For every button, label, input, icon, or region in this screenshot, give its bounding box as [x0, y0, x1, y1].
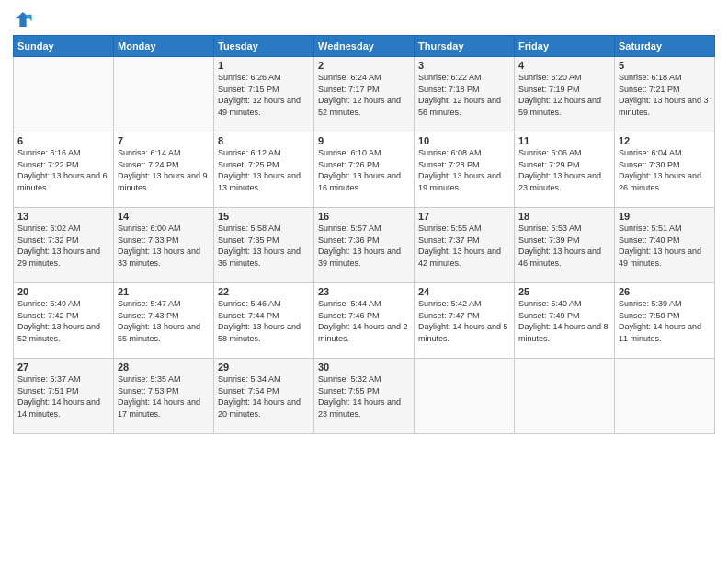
week-row-5: 27Sunrise: 5:37 AM Sunset: 7:51 PM Dayli… — [14, 359, 715, 434]
day-cell: 18Sunrise: 5:53 AM Sunset: 7:39 PM Dayli… — [515, 208, 615, 283]
day-number: 22 — [218, 286, 310, 297]
weekday-header-thursday: Thursday — [415, 36, 515, 57]
day-number: 12 — [619, 135, 711, 146]
day-info: Sunrise: 5:42 AM Sunset: 7:47 PM Dayligh… — [418, 298, 510, 344]
day-info: Sunrise: 5:37 AM Sunset: 7:51 PM Dayligh… — [17, 373, 109, 419]
weekday-header-wednesday: Wednesday — [314, 36, 415, 57]
calendar-table: SundayMondayTuesdayWednesdayThursdayFrid… — [13, 35, 715, 434]
day-info: Sunrise: 5:57 AM Sunset: 7:36 PM Dayligh… — [318, 223, 410, 269]
day-info: Sunrise: 6:02 AM Sunset: 7:32 PM Dayligh… — [17, 223, 109, 269]
day-number: 28 — [118, 362, 210, 373]
day-cell: 16Sunrise: 5:57 AM Sunset: 7:36 PM Dayli… — [314, 208, 415, 283]
day-cell — [114, 57, 214, 132]
week-row-4: 20Sunrise: 5:49 AM Sunset: 7:42 PM Dayli… — [14, 283, 715, 359]
day-cell: 27Sunrise: 5:37 AM Sunset: 7:51 PM Dayli… — [14, 359, 114, 434]
day-info: Sunrise: 5:53 AM Sunset: 7:39 PM Dayligh… — [518, 223, 610, 269]
day-number: 2 — [318, 60, 410, 71]
day-info: Sunrise: 5:39 AM Sunset: 7:50 PM Dayligh… — [619, 298, 711, 344]
day-cell: 25Sunrise: 5:40 AM Sunset: 7:49 PM Dayli… — [515, 283, 615, 359]
day-number: 6 — [17, 135, 109, 146]
day-number: 25 — [518, 286, 610, 297]
day-cell — [415, 359, 515, 434]
day-cell: 19Sunrise: 5:51 AM Sunset: 7:40 PM Dayli… — [615, 208, 715, 283]
day-info: Sunrise: 6:26 AM Sunset: 7:15 PM Dayligh… — [218, 72, 310, 118]
day-info: Sunrise: 6:16 AM Sunset: 7:22 PM Dayligh… — [17, 147, 109, 193]
day-info: Sunrise: 6:06 AM Sunset: 7:29 PM Dayligh… — [518, 147, 610, 193]
day-cell: 20Sunrise: 5:49 AM Sunset: 7:42 PM Dayli… — [14, 283, 114, 359]
day-info: Sunrise: 6:20 AM Sunset: 7:19 PM Dayligh… — [518, 72, 610, 118]
weekday-header-saturday: Saturday — [615, 36, 715, 57]
logo-icon — [13, 9, 33, 29]
day-number: 21 — [118, 286, 210, 297]
day-number: 20 — [17, 286, 109, 297]
day-number: 23 — [318, 286, 410, 297]
day-number: 10 — [418, 135, 510, 146]
page: SundayMondayTuesdayWednesdayThursdayFrid… — [0, 0, 728, 563]
logo — [13, 9, 35, 29]
day-cell: 22Sunrise: 5:46 AM Sunset: 7:44 PM Dayli… — [214, 283, 314, 359]
day-cell: 7Sunrise: 6:14 AM Sunset: 7:24 PM Daylig… — [114, 132, 214, 208]
day-info: Sunrise: 5:32 AM Sunset: 7:55 PM Dayligh… — [318, 373, 410, 419]
day-info: Sunrise: 5:46 AM Sunset: 7:44 PM Dayligh… — [218, 298, 310, 344]
day-info: Sunrise: 6:22 AM Sunset: 7:18 PM Dayligh… — [418, 72, 510, 118]
day-cell: 21Sunrise: 5:47 AM Sunset: 7:43 PM Dayli… — [114, 283, 214, 359]
week-row-1: 1Sunrise: 6:26 AM Sunset: 7:15 PM Daylig… — [14, 57, 715, 132]
weekday-header-row: SundayMondayTuesdayWednesdayThursdayFrid… — [14, 36, 715, 57]
day-cell: 5Sunrise: 6:18 AM Sunset: 7:21 PM Daylig… — [615, 57, 715, 132]
day-cell: 2Sunrise: 6:24 AM Sunset: 7:17 PM Daylig… — [314, 57, 415, 132]
day-info: Sunrise: 6:14 AM Sunset: 7:24 PM Dayligh… — [118, 147, 210, 193]
day-number: 15 — [218, 211, 310, 222]
day-cell: 11Sunrise: 6:06 AM Sunset: 7:29 PM Dayli… — [515, 132, 615, 208]
day-info: Sunrise: 5:44 AM Sunset: 7:46 PM Dayligh… — [318, 298, 410, 344]
day-number: 3 — [418, 60, 510, 71]
day-number: 9 — [318, 135, 410, 146]
day-number: 4 — [518, 60, 610, 71]
day-cell: 10Sunrise: 6:08 AM Sunset: 7:28 PM Dayli… — [415, 132, 515, 208]
day-cell: 4Sunrise: 6:20 AM Sunset: 7:19 PM Daylig… — [515, 57, 615, 132]
header — [13, 9, 715, 29]
day-info: Sunrise: 6:24 AM Sunset: 7:17 PM Dayligh… — [318, 72, 410, 118]
day-number: 14 — [118, 211, 210, 222]
day-cell: 12Sunrise: 6:04 AM Sunset: 7:30 PM Dayli… — [615, 132, 715, 208]
day-cell: 28Sunrise: 5:35 AM Sunset: 7:53 PM Dayli… — [114, 359, 214, 434]
weekday-header-tuesday: Tuesday — [214, 36, 314, 57]
day-number: 26 — [619, 286, 711, 297]
day-cell: 30Sunrise: 5:32 AM Sunset: 7:55 PM Dayli… — [314, 359, 415, 434]
weekday-header-monday: Monday — [114, 36, 214, 57]
day-info: Sunrise: 5:49 AM Sunset: 7:42 PM Dayligh… — [17, 298, 109, 344]
day-cell: 29Sunrise: 5:34 AM Sunset: 7:54 PM Dayli… — [214, 359, 314, 434]
day-number: 17 — [418, 211, 510, 222]
week-row-2: 6Sunrise: 6:16 AM Sunset: 7:22 PM Daylig… — [14, 132, 715, 208]
day-cell: 17Sunrise: 5:55 AM Sunset: 7:37 PM Dayli… — [415, 208, 515, 283]
day-info: Sunrise: 6:12 AM Sunset: 7:25 PM Dayligh… — [218, 147, 310, 193]
day-cell: 26Sunrise: 5:39 AM Sunset: 7:50 PM Dayli… — [615, 283, 715, 359]
day-cell: 1Sunrise: 6:26 AM Sunset: 7:15 PM Daylig… — [214, 57, 314, 132]
day-cell: 24Sunrise: 5:42 AM Sunset: 7:47 PM Dayli… — [415, 283, 515, 359]
day-cell: 6Sunrise: 6:16 AM Sunset: 7:22 PM Daylig… — [14, 132, 114, 208]
day-cell — [615, 359, 715, 434]
day-number: 24 — [418, 286, 510, 297]
day-cell: 14Sunrise: 6:00 AM Sunset: 7:33 PM Dayli… — [114, 208, 214, 283]
day-cell: 8Sunrise: 6:12 AM Sunset: 7:25 PM Daylig… — [214, 132, 314, 208]
day-info: Sunrise: 5:35 AM Sunset: 7:53 PM Dayligh… — [118, 373, 210, 419]
weekday-header-sunday: Sunday — [14, 36, 114, 57]
day-number: 30 — [318, 362, 410, 373]
day-info: Sunrise: 5:51 AM Sunset: 7:40 PM Dayligh… — [619, 223, 711, 269]
day-number: 7 — [118, 135, 210, 146]
day-number: 13 — [17, 211, 109, 222]
day-info: Sunrise: 6:08 AM Sunset: 7:28 PM Dayligh… — [418, 147, 510, 193]
week-row-3: 13Sunrise: 6:02 AM Sunset: 7:32 PM Dayli… — [14, 208, 715, 283]
day-cell: 9Sunrise: 6:10 AM Sunset: 7:26 PM Daylig… — [314, 132, 415, 208]
day-number: 16 — [318, 211, 410, 222]
day-number: 18 — [518, 211, 610, 222]
day-info: Sunrise: 6:10 AM Sunset: 7:26 PM Dayligh… — [318, 147, 410, 193]
day-cell: 15Sunrise: 5:58 AM Sunset: 7:35 PM Dayli… — [214, 208, 314, 283]
day-info: Sunrise: 5:47 AM Sunset: 7:43 PM Dayligh… — [118, 298, 210, 344]
day-info: Sunrise: 6:00 AM Sunset: 7:33 PM Dayligh… — [118, 223, 210, 269]
day-cell — [14, 57, 114, 132]
day-number: 1 — [218, 60, 310, 71]
day-number: 29 — [218, 362, 310, 373]
day-cell: 23Sunrise: 5:44 AM Sunset: 7:46 PM Dayli… — [314, 283, 415, 359]
day-info: Sunrise: 6:04 AM Sunset: 7:30 PM Dayligh… — [619, 147, 711, 193]
day-info: Sunrise: 5:58 AM Sunset: 7:35 PM Dayligh… — [218, 223, 310, 269]
